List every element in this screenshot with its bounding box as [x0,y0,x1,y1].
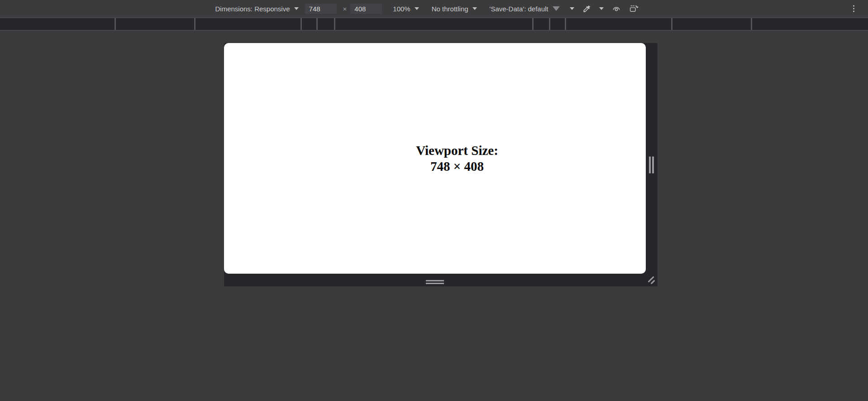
media-query-segment[interactable] [318,18,335,30]
viewport-width-input[interactable] [305,4,337,14]
resize-handle-corner[interactable] [647,275,657,285]
viewport-shell: Viewport Size: 748 × 408 [224,43,658,286]
media-query-segment[interactable] [196,18,302,30]
triangle-down-icon [553,6,560,11]
media-query-bar [0,17,868,31]
vision-deficiency-eye-icon[interactable] [612,4,621,13]
eyedropper-icon[interactable] [582,5,591,13]
chevron-down-icon[interactable] [599,7,604,10]
media-query-segment[interactable] [672,18,752,30]
viewport-height-input[interactable] [350,4,382,14]
rotate-viewport-icon[interactable] [629,4,639,14]
media-query-segment[interactable] [116,18,196,30]
size-separator: × [343,5,347,13]
media-query-segment[interactable] [752,18,868,30]
zoom-value: 100% [393,5,410,13]
save-data-selector[interactable]: 'Save-Data': default [490,5,560,13]
zoom-selector[interactable]: 100% [393,5,419,13]
resize-handle-right[interactable] [649,156,654,173]
more-options-menu-icon[interactable] [851,4,856,14]
media-query-segment[interactable] [0,18,116,30]
chevron-down-icon [472,7,477,10]
throttling-selector[interactable]: No throttling [432,5,477,13]
chevron-down-icon [294,7,299,10]
device-toolbar: Dimensions: Responsive × 100% No throttl… [0,0,868,17]
throttling-value: No throttling [432,5,468,13]
device-toolbar-controls: Dimensions: Responsive × 100% No throttl… [215,4,638,14]
media-query-segment[interactable] [302,18,318,30]
media-query-segment[interactable] [335,18,534,30]
dimensions-selector[interactable]: Dimensions: Responsive [215,5,298,13]
viewport-size-line1: Viewport Size: [416,143,498,159]
media-query-segment[interactable] [534,18,550,30]
chevron-down-icon[interactable] [570,7,574,10]
chevron-down-icon [415,7,419,10]
viewport-size-text: Viewport Size: 748 × 408 [416,143,498,174]
resize-handle-bottom[interactable] [426,280,444,284]
media-query-segment[interactable] [550,18,566,30]
dimensions-label: Dimensions: Responsive [215,5,290,13]
device-mode-canvas: Viewport Size: 748 × 408 [0,31,868,401]
viewport-page: Viewport Size: 748 × 408 [224,43,646,274]
save-data-value: 'Save-Data': default [490,5,548,13]
media-query-segment[interactable] [566,18,672,30]
viewport-size-line2: 748 × 408 [416,159,498,174]
